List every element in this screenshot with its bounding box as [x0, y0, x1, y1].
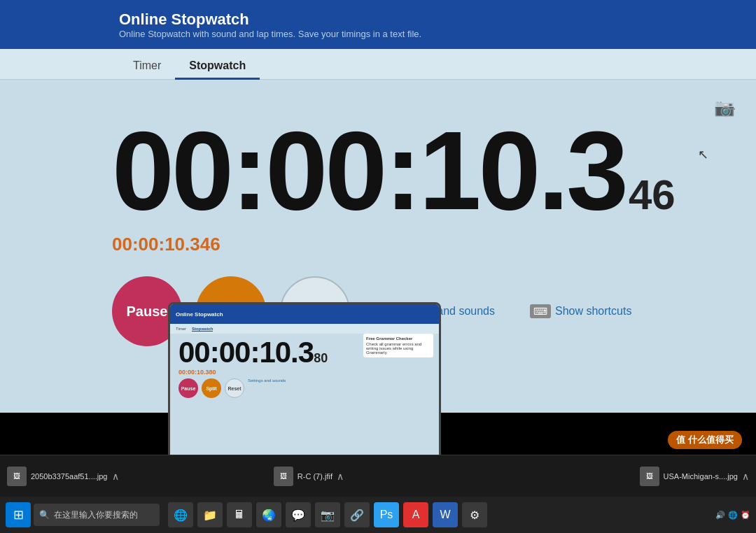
keyboard-icon: ⌨ — [530, 304, 551, 318]
taskbar-icon-7[interactable]: 🔗 — [344, 502, 370, 527]
taskbar-icon-2[interactable]: 📁 — [197, 502, 223, 527]
tab-bar: Timer Stopwatch — [0, 49, 756, 80]
taskbar: ⊞ 🔍 在这里输入你要搜索的 🌐 📁 🖩 🌏 💬 📷 🔗 Ps A W ⚙ 🔊 … — [0, 497, 756, 533]
file-item-2: 🖼 R-C (7).jfif ∧ — [274, 467, 344, 486]
tray-icon-1: 🔊 — [715, 511, 725, 520]
taskbar-icon-pdf[interactable]: A — [403, 502, 428, 527]
laptop-panel-title: Free Grammar Checker — [366, 336, 430, 341]
taskbar-right: 🔊 🌐 ⏰ — [715, 511, 750, 520]
file-arrow-2[interactable]: ∧ — [337, 471, 344, 482]
laptop-time-frac: 80 — [314, 351, 328, 366]
file-thumbnails-bar: 🖼 2050b3375aaf51....jpg ∧ 🖼 R-C (7).jfif… — [0, 455, 756, 497]
start-button[interactable]: ⊞ — [6, 502, 31, 527]
camera-disabled-icon: 📷̶ — [714, 98, 735, 118]
taskbar-icon-4[interactable]: 🌏 — [256, 502, 281, 527]
file-item-3: 🖼 USA-Michigan-s....jpg ∧ — [640, 467, 749, 486]
taskbar-icon-settings[interactable]: ⚙ — [462, 502, 487, 527]
page-subtitle: Online Stopwatch with sound and lap time… — [119, 29, 421, 39]
header-content: Online Stopwatch Online Stopwatch with s… — [119, 10, 421, 39]
system-tray: 🔊 🌐 ⏰ — [715, 511, 750, 520]
watermark: 值 什么值得买 — [668, 431, 742, 449]
file-icon-2: 🖼 — [274, 467, 293, 486]
taskbar-icon-3[interactable]: 🖩 — [227, 502, 252, 527]
windows-icon: ⊞ — [13, 507, 24, 523]
taskbar-search[interactable]: 🔍 在这里输入你要搜索的 — [34, 504, 160, 526]
search-icon: 🔍 — [39, 510, 50, 520]
shortcuts-link[interactable]: ⌨ Show shortcuts — [530, 304, 631, 318]
header-bar: Online Stopwatch Online Stopwatch with s… — [0, 0, 756, 49]
taskbar-icon-word[interactable]: W — [433, 502, 458, 527]
laptop-tab-stopwatch[interactable]: Stopwatch — [192, 327, 213, 332]
tray-icon-2: 🌐 — [728, 511, 738, 520]
laptop-pause-button[interactable]: Pause — [178, 378, 198, 398]
time-precise: 00:00:10.346 — [112, 234, 644, 255]
file-icon-3: 🖼 — [640, 467, 659, 486]
laptop-buttons: Pause Split Reset Settings and sounds — [178, 378, 430, 398]
time-display-main: 00:00:10.3 — [112, 115, 626, 227]
taskbar-icon-ps[interactable]: Ps — [374, 502, 399, 527]
laptop-right-panel: Free Grammar Checker Check all grammar e… — [363, 334, 433, 357]
laptop-header: Online Stopwatch — [170, 304, 439, 324]
time-display: ⏰ — [741, 511, 750, 520]
laptop-time-main: 00:00:10.3 — [178, 338, 314, 367]
file-item-1: 🖼 2050b3375aaf51....jpg ∧ — [7, 467, 119, 486]
laptop-split-button[interactable]: Split — [202, 378, 221, 398]
laptop-reset-button[interactable]: Reset — [225, 378, 244, 398]
laptop-container: Online Stopwatch Timer Stopwatch 00:00:1… — [168, 302, 441, 477]
stopwatch-display: 00:00:10.3 46 — [112, 115, 644, 227]
laptop-header-title: Online Stopwatch — [176, 311, 223, 318]
shortcuts-label: Show shortcuts — [555, 305, 631, 318]
laptop-settings-label[interactable]: Settings and sounds — [248, 378, 286, 398]
taskbar-icons: 🌐 📁 🖩 🌏 💬 📷 🔗 Ps A W ⚙ — [168, 502, 487, 527]
search-placeholder: 在这里输入你要搜索的 — [54, 509, 138, 521]
laptop-tab-timer[interactable]: Timer — [176, 327, 186, 331]
file-arrow-1[interactable]: ∧ — [112, 471, 119, 482]
file-name-3: USA-Michigan-s....jpg — [664, 472, 738, 481]
tab-timer[interactable]: Timer — [119, 54, 175, 80]
laptop-tabs: Timer Stopwatch — [170, 324, 439, 334]
taskbar-icon-6[interactable]: 📷 — [315, 502, 340, 527]
file-name-1: 2050b3375aaf51....jpg — [31, 472, 108, 481]
taskbar-icon-1[interactable]: 🌐 — [168, 502, 193, 527]
taskbar-icon-5[interactable]: 💬 — [286, 502, 311, 527]
page-title: Online Stopwatch — [119, 10, 421, 29]
laptop-screen: Online Stopwatch Timer Stopwatch 00:00:1… — [170, 304, 439, 475]
watermark-text: 值 什么值得买 — [676, 434, 734, 445]
tab-stopwatch[interactable]: Stopwatch — [175, 54, 260, 80]
laptop-panel-text: Check all grammar errors and writing iss… — [366, 342, 430, 355]
time-display-fraction: 46 — [629, 171, 676, 219]
laptop-time-precise: 00:00:10.380 — [178, 369, 430, 376]
file-name-2: R-C (7).jfif — [298, 472, 332, 481]
file-icon-1: 🖼 — [7, 467, 27, 486]
file-arrow-3[interactable]: ∧ — [742, 471, 749, 482]
